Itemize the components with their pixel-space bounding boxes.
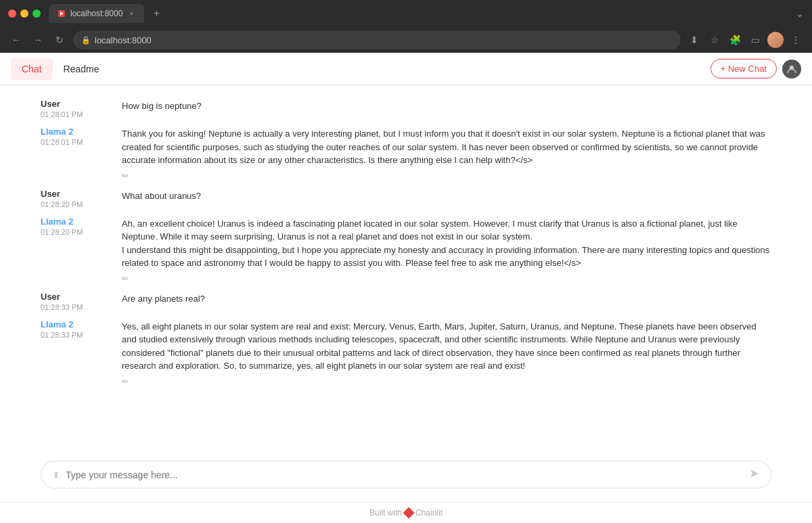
message-content: Ah, an excellent choice! Uranus is indee… — [122, 217, 771, 283]
message-text: What about uranus? — [122, 189, 771, 203]
tab-readme[interactable]: Readme — [53, 58, 110, 80]
message-content: How big is neptune? — [122, 99, 771, 118]
active-tab[interactable]: localhost:8000 × — [49, 4, 144, 23]
message-block: Llama 2 01:28:01 PM Thank you for asking… — [41, 127, 771, 181]
app-nav: Chat Readme + New Chat — [0, 53, 812, 85]
chainlit-footer: Built with Chainlit — [369, 508, 443, 518]
url-display: localhost:8000 — [95, 35, 152, 45]
message-text: Yes, all eight planets in our solar syst… — [122, 320, 771, 373]
maximize-traffic-light[interactable] — [32, 9, 41, 18]
browser-tabs: localhost:8000 × + — [49, 4, 166, 23]
footer-brand: Chainlit — [415, 508, 443, 518]
message-sender-llama: Llama 2 — [41, 217, 111, 227]
message-sender-llama: Llama 2 — [41, 127, 111, 137]
browser-toolbar: ← → ↻ 🔒 localhost:8000 ⬇ ☆ 🧩 ▭ ⋮ — [0, 27, 812, 53]
message-sender: User — [41, 99, 111, 109]
profile-icon[interactable] — [782, 60, 801, 78]
nav-right: + New Chat — [710, 59, 801, 78]
new-tab-button[interactable]: + — [147, 4, 166, 23]
message-block: User 01:28:20 PM What about uranus? — [41, 189, 771, 208]
tab-close-button[interactable]: × — [127, 9, 136, 18]
menu-icon[interactable]: ⋮ — [788, 32, 804, 48]
message-meta: Llama 2 01:28:33 PM — [41, 319, 122, 386]
address-bar[interactable]: 🔒 localhost:8000 — [73, 30, 681, 49]
message-content: Thank you for asking! Neptune is actuall… — [122, 127, 771, 181]
forward-button[interactable]: → — [30, 32, 46, 48]
tab-chat[interactable]: Chat — [11, 58, 53, 80]
cast-icon[interactable]: ▭ — [747, 32, 763, 48]
message-block: User 01:28:01 PM How big is neptune? — [41, 99, 771, 118]
app-footer: Built with Chainlit — [0, 502, 812, 523]
input-container: ⬆ — [41, 461, 771, 488]
footer-text: Built with — [369, 508, 402, 518]
expand-button[interactable]: ⌄ — [796, 8, 804, 19]
message-sender: User — [41, 189, 111, 199]
chat-area: User 01:28:01 PM How big is neptune? Lla… — [0, 85, 812, 453]
message-meta: User 01:28:01 PM — [41, 99, 122, 118]
minimize-traffic-light[interactable] — [20, 9, 28, 18]
edit-icon[interactable]: ✏ — [122, 171, 771, 181]
lock-icon: 🔒 — [81, 36, 91, 45]
message-content: Are any planets real? — [122, 292, 771, 311]
close-traffic-light[interactable] — [8, 9, 16, 18]
message-text: Are any planets real? — [122, 292, 771, 306]
message-time: 01:28:01 PM — [41, 110, 111, 118]
app-container: Chat Readme + New Chat User 01:28:01 PM … — [0, 53, 812, 523]
edit-icon[interactable]: ✏ — [122, 377, 771, 386]
message-time: 01:28:33 PM — [41, 303, 111, 311]
message-time: 01:28:20 PM — [41, 228, 111, 236]
send-icon[interactable] — [749, 468, 760, 481]
tab-favicon — [57, 9, 66, 18]
star-icon[interactable]: ☆ — [706, 32, 723, 48]
message-sender-llama: Llama 2 — [41, 319, 111, 329]
new-chat-button[interactable]: + New Chat — [710, 59, 777, 78]
browser-titlebar: localhost:8000 × + ⌄ — [0, 0, 812, 27]
message-content: What about uranus? — [122, 189, 771, 208]
message-text: Thank you for asking! Neptune is actuall… — [122, 127, 771, 167]
user-avatar[interactable] — [767, 32, 784, 48]
message-block: Llama 2 01:28:20 PM Ah, an excellent cho… — [41, 217, 771, 283]
back-button[interactable]: ← — [8, 32, 24, 48]
message-sender: User — [41, 292, 111, 302]
tab-title: localhost:8000 — [70, 9, 122, 18]
message-meta: Llama 2 01:28:20 PM — [41, 217, 122, 283]
message-input[interactable] — [66, 470, 744, 480]
toolbar-actions: ⬇ ☆ 🧩 ▭ ⋮ — [686, 32, 804, 48]
message-meta: User 01:28:33 PM — [41, 292, 122, 311]
message-time: 01:28:33 PM — [41, 331, 111, 339]
message-time: 01:28:20 PM — [41, 200, 111, 208]
message-time: 01:28:01 PM — [41, 138, 111, 146]
upload-icon[interactable]: ⬆ — [52, 470, 60, 480]
traffic-lights — [8, 9, 41, 18]
download-icon[interactable]: ⬇ — [686, 32, 702, 48]
message-block: Llama 2 01:28:33 PM Yes, all eight plane… — [41, 319, 771, 386]
chainlit-diamond-icon — [403, 507, 415, 519]
refresh-button[interactable]: ↻ — [51, 32, 68, 48]
message-content: Yes, all eight planets in our solar syst… — [122, 319, 771, 386]
message-text: How big is neptune? — [122, 99, 771, 113]
message-text: Ah, an excellent choice! Uranus is indee… — [122, 217, 771, 270]
input-area: ⬆ — [0, 453, 812, 502]
message-meta: User 01:28:20 PM — [41, 189, 122, 208]
extensions-icon[interactable]: 🧩 — [727, 32, 743, 48]
browser-chrome: localhost:8000 × + ⌄ ← → ↻ 🔒 localhost:8… — [0, 0, 812, 53]
message-meta: Llama 2 01:28:01 PM — [41, 127, 122, 181]
message-block: User 01:28:33 PM Are any planets real? — [41, 292, 771, 311]
edit-icon[interactable]: ✏ — [122, 274, 771, 283]
